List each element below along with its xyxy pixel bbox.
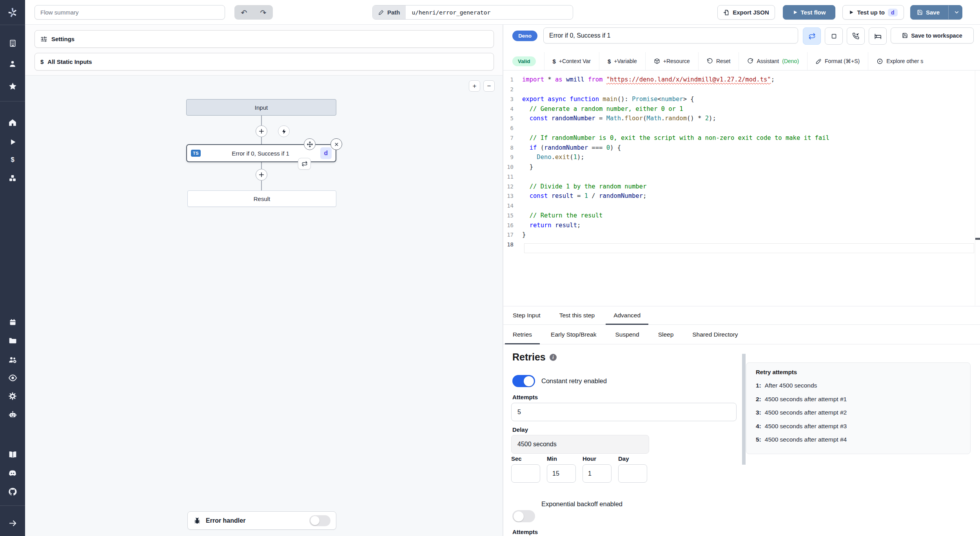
time-field-label-day: Day xyxy=(618,455,647,462)
code-line[interactable]: 3export async function main(): Promise<n… xyxy=(503,94,980,104)
early-stop-button[interactable] xyxy=(825,27,843,45)
subtab-suspend[interactable]: Suspend xyxy=(606,325,648,344)
time-field-input-sec[interactable] xyxy=(511,464,540,483)
eye-audit-icon[interactable] xyxy=(0,371,25,384)
subtab-retries[interactable]: Retries xyxy=(503,325,541,344)
discord-icon[interactable] xyxy=(0,467,25,480)
code-line[interactable]: 11 xyxy=(503,172,980,182)
code-line[interactable]: 14 xyxy=(503,201,980,211)
code-line[interactable]: 16 return result; xyxy=(503,220,980,230)
code-line[interactable]: 8 if (randomNumber === 0) { xyxy=(503,143,980,152)
all-static-inputs-card[interactable]: $ All Static Inputs xyxy=(34,53,494,71)
path-chip[interactable]: Path u/henri/error_generator xyxy=(372,5,573,20)
time-field-label-sec: Sec xyxy=(511,455,540,462)
test-flow-button[interactable]: Test flow xyxy=(783,5,835,20)
building-icon[interactable] xyxy=(0,36,25,50)
subtab-shared-directory[interactable]: Shared Directory xyxy=(683,325,747,344)
add-step-button-bottom[interactable] xyxy=(256,169,267,181)
time-field-input-min[interactable] xyxy=(547,464,576,483)
trigger-bolt-button[interactable] xyxy=(278,125,290,137)
sleep-button[interactable] xyxy=(869,27,887,45)
calendar-schedules-icon[interactable] xyxy=(0,315,25,329)
add-resource-button[interactable]: +Resource xyxy=(645,52,698,70)
robot-workers-icon[interactable] xyxy=(0,408,25,421)
undo-button[interactable]: ↶ xyxy=(235,5,253,20)
bed-icon xyxy=(874,33,882,40)
delay-input[interactable] xyxy=(511,435,649,454)
resources-cubes-icon[interactable] xyxy=(0,172,25,185)
flow-node-input[interactable]: Input xyxy=(186,99,336,116)
code-line[interactable]: 5 const randomNumber = Math.floor(Math.r… xyxy=(503,114,980,123)
save-to-workspace-button[interactable]: Save to workspace xyxy=(891,27,974,43)
code-line[interactable]: 1import * as wmill from "https://deno.la… xyxy=(503,75,980,85)
retry-attempt-item: 2:4500 seconds after attempt #1 xyxy=(756,393,961,406)
exponential-backoff-toggle[interactable] xyxy=(512,510,535,522)
user-icon[interactable] xyxy=(0,57,25,71)
arrow-right-collapse-icon[interactable] xyxy=(0,516,25,530)
tab-advanced[interactable]: Advanced xyxy=(604,306,650,324)
step-name-input[interactable] xyxy=(543,27,798,43)
retry-settings-button[interactable] xyxy=(803,27,821,45)
book-docs-icon[interactable] xyxy=(0,448,25,461)
code-line[interactable]: 17} xyxy=(503,230,980,240)
flow-node-result[interactable]: Result xyxy=(187,190,336,207)
reset-button[interactable]: Reset xyxy=(698,52,739,70)
redo-button[interactable]: ↷ xyxy=(254,5,272,20)
users-settings-icon[interactable] xyxy=(0,353,25,366)
info-icon[interactable]: i xyxy=(550,354,557,361)
save-dropdown-button[interactable] xyxy=(952,5,962,19)
add-variable-button[interactable]: $ +Variable xyxy=(599,52,645,70)
code-line[interactable]: 13 const result = 1 / randomNumber; xyxy=(503,191,980,201)
folder-icon[interactable] xyxy=(0,334,25,347)
tab-test-this-step[interactable]: Test this step xyxy=(550,306,604,324)
editor-overview-ruler[interactable] xyxy=(975,71,980,306)
code-line[interactable]: 4 // Generate a random number, either 0 … xyxy=(503,104,980,114)
error-handler-toggle[interactable] xyxy=(309,515,330,526)
attempts-input[interactable] xyxy=(511,403,737,421)
retries-scrollbar-thumb[interactable] xyxy=(742,354,746,465)
save-icon xyxy=(917,9,923,15)
play-runs-icon[interactable] xyxy=(0,135,25,148)
move-node-handle[interactable] xyxy=(304,138,316,150)
retry-indicator-button[interactable] xyxy=(298,158,311,170)
code-line[interactable]: 6 xyxy=(503,123,980,133)
code-line[interactable]: 15 // Return the result xyxy=(503,211,980,221)
save-button-divider xyxy=(948,5,949,19)
export-json-button[interactable]: Export JSON xyxy=(717,5,775,20)
star-icon[interactable] xyxy=(0,80,25,93)
flow-summary-input[interactable] xyxy=(34,5,225,20)
github-icon[interactable] xyxy=(0,485,25,498)
time-field-input-hour[interactable] xyxy=(583,464,612,483)
constant-retry-toggle[interactable] xyxy=(512,375,535,387)
zoom-out-button[interactable]: − xyxy=(483,80,495,92)
tab-step-input[interactable]: Step Input xyxy=(503,306,550,324)
suspend-approval-button[interactable] xyxy=(847,27,865,45)
assistant-button[interactable]: Assistant (Deno) xyxy=(739,52,807,70)
dollar-variables-icon[interactable]: $ xyxy=(0,153,25,167)
error-handler-card[interactable]: Error handler xyxy=(187,511,336,530)
format-button[interactable]: Format (⌘+S) xyxy=(807,52,868,70)
gear-icon[interactable] xyxy=(0,389,25,403)
time-field-input-day[interactable] xyxy=(618,464,647,483)
flow-settings-card[interactable]: Settings xyxy=(34,30,494,48)
test-up-to-button[interactable]: Test up to d xyxy=(842,5,904,20)
code-editor[interactable]: 1import * as wmill from "https://deno.la… xyxy=(503,71,980,306)
square-icon xyxy=(831,33,837,40)
save-button[interactable]: Save xyxy=(911,5,945,19)
windmill-logo-icon[interactable] xyxy=(0,5,25,20)
code-line[interactable]: 7 // If randomNumber is 0, exit the scri… xyxy=(503,133,980,143)
subtab-early-stop-break[interactable]: Early Stop/Break xyxy=(541,325,606,344)
add-step-button-top[interactable] xyxy=(256,125,267,137)
code-line[interactable]: 12 // Divide 1 by the random number xyxy=(503,181,980,191)
delete-node-button[interactable] xyxy=(330,138,342,150)
explore-scripts-button[interactable]: Explore other s xyxy=(868,52,931,70)
zoom-in-button[interactable]: + xyxy=(469,80,480,92)
home-icon[interactable] xyxy=(0,116,25,129)
code-line[interactable]: 10 } xyxy=(503,162,980,172)
add-context-var-button[interactable]: $ +Context Var xyxy=(544,52,599,70)
refresh-cw-icon xyxy=(747,58,753,64)
code-line[interactable]: 2 xyxy=(503,85,980,94)
dollar-icon: $ xyxy=(553,58,556,65)
code-line[interactable]: 9 Deno.exit(1); xyxy=(503,152,980,162)
subtab-sleep[interactable]: Sleep xyxy=(649,325,683,344)
